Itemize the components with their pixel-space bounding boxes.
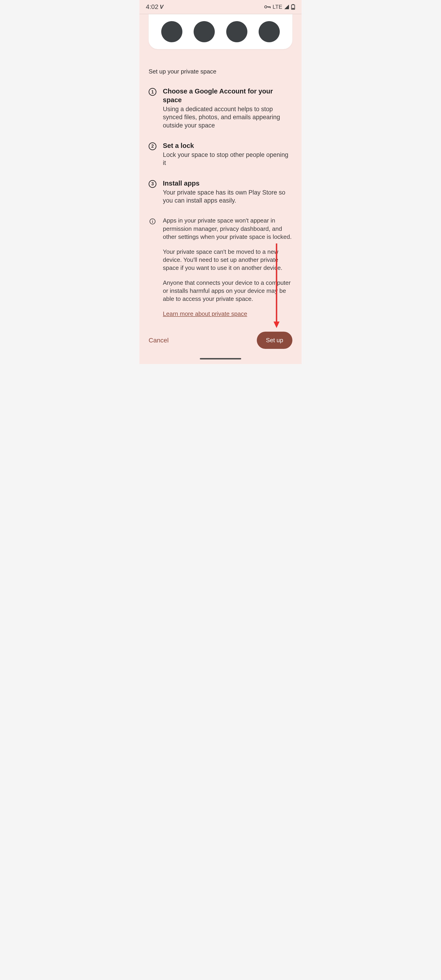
learn-more-link[interactable]: Learn more about private space bbox=[163, 310, 247, 318]
step-title: Choose a Google Account for your space bbox=[163, 87, 292, 104]
info-section: Apps in your private space won't appear … bbox=[149, 216, 292, 318]
step-description: Your private space has its own Play Stor… bbox=[163, 189, 292, 205]
status-right: LTE bbox=[264, 4, 295, 10]
setup-step-3: 3 Install apps Your private space has it… bbox=[149, 179, 292, 205]
setup-step-1: 1 Choose a Google Account for your space… bbox=[149, 87, 292, 129]
illustration-dot bbox=[194, 21, 215, 42]
svg-point-9 bbox=[152, 220, 153, 221]
navigation-bar bbox=[139, 353, 302, 364]
step-number-badge: 2 bbox=[149, 142, 156, 150]
step-number-badge: 3 bbox=[149, 180, 156, 188]
illustration-dot bbox=[259, 21, 280, 42]
step-number-badge: 1 bbox=[149, 88, 156, 96]
svg-rect-3 bbox=[269, 7, 269, 8]
network-type-label: LTE bbox=[273, 4, 282, 10]
app-indicator-icon: V bbox=[160, 4, 164, 10]
info-paragraph: Apps in your private space won't appear … bbox=[163, 216, 292, 241]
cancel-button[interactable]: Cancel bbox=[149, 337, 169, 344]
status-bar: 4:02 V LTE bbox=[139, 0, 302, 14]
step-title: Set a lock bbox=[163, 142, 292, 150]
signal-icon bbox=[284, 4, 289, 10]
battery-icon bbox=[291, 4, 295, 10]
step-title: Install apps bbox=[163, 179, 292, 188]
svg-rect-5 bbox=[292, 4, 294, 5]
info-paragraph: Anyone that connects your device to a co… bbox=[163, 279, 292, 303]
svg-rect-2 bbox=[270, 7, 271, 8]
status-left: 4:02 V bbox=[146, 3, 164, 11]
illustration-card bbox=[149, 14, 292, 49]
info-paragraph: Your private space can't be moved to a n… bbox=[163, 248, 292, 272]
button-row: Cancel Set up bbox=[139, 323, 302, 353]
step-description: Lock your space to stop other people ope… bbox=[163, 151, 292, 167]
illustration-dot bbox=[226, 21, 247, 42]
section-title: Set up your private space bbox=[149, 68, 292, 75]
step-description: Using a dedicated account helps to stop … bbox=[163, 105, 292, 129]
gesture-handle[interactable] bbox=[200, 358, 241, 360]
info-icon bbox=[149, 218, 156, 225]
svg-rect-6 bbox=[292, 8, 294, 9]
vpn-key-icon bbox=[264, 5, 271, 9]
svg-point-0 bbox=[264, 6, 267, 8]
illustration-dot bbox=[161, 21, 182, 42]
setup-button[interactable]: Set up bbox=[257, 332, 292, 349]
status-time: 4:02 bbox=[146, 3, 159, 11]
setup-step-2: 2 Set a lock Lock your space to stop oth… bbox=[149, 142, 292, 167]
